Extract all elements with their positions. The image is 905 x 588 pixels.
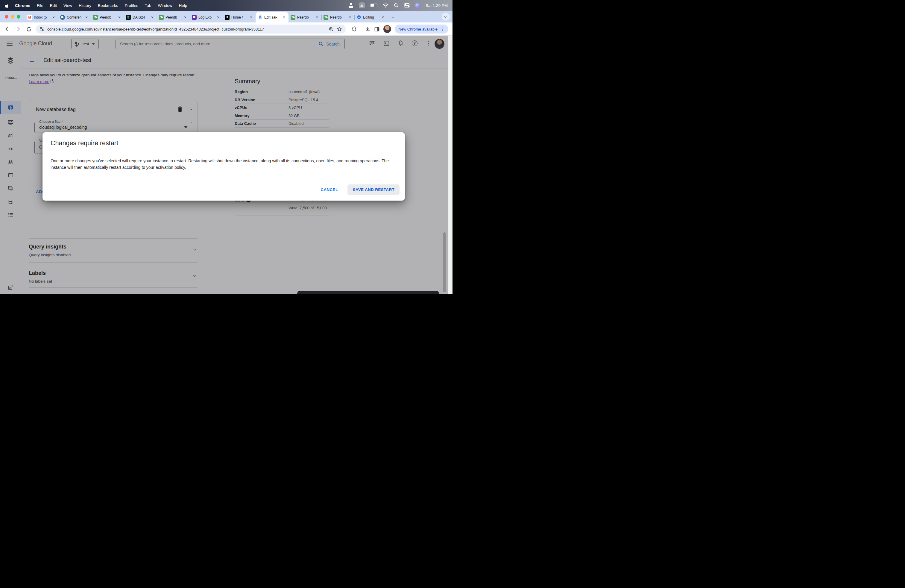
tab-close-icon[interactable]	[348, 15, 352, 20]
window-controls	[5, 15, 21, 19]
postgres-icon	[60, 15, 65, 20]
tab-inbox[interactable]: Inbox (5	[25, 12, 58, 22]
menu-history[interactable]: History	[79, 3, 91, 8]
tab-dais24[interactable]: DAIS DAIS24	[124, 12, 157, 22]
tab-conference[interactable]: Conferen	[58, 12, 91, 22]
menubar-clock[interactable]: Sat 1:29 PM	[426, 3, 448, 8]
macos-menu-bar: Chrome File Edit View History Bookmarks …	[0, 0, 452, 11]
tab-home-x[interactable]: Home /	[223, 12, 256, 22]
tab-close-icon[interactable]	[282, 15, 286, 20]
tab-peerdb-2[interactable]: Peerdb	[157, 12, 190, 22]
tabs: Inbox (5 Conferen Peerdb DAIS DAIS24 Pee…	[25, 12, 387, 22]
dialog-cancel-button[interactable]: CANCEL	[319, 185, 340, 194]
control-center-icon[interactable]	[404, 3, 410, 8]
tab-close-icon[interactable]	[84, 15, 89, 20]
dialog-save-and-restart-button[interactable]: SAVE AND RESTART	[348, 184, 400, 195]
battery-icon[interactable]	[370, 3, 377, 7]
tab-label: DAIS24	[133, 15, 148, 19]
back-button[interactable]	[3, 25, 11, 33]
wifi-icon[interactable]	[383, 3, 389, 8]
peerdb-icon	[324, 15, 328, 20]
chrome-update-label: New Chrome available	[399, 27, 438, 32]
tab-close-icon[interactable]	[150, 15, 155, 20]
spotlight-icon[interactable]	[394, 3, 399, 8]
close-window-button[interactable]	[5, 15, 8, 19]
browser-scrollbar-track[interactable]	[448, 36, 452, 294]
tab-label: Peerdb	[165, 15, 181, 19]
siri-icon[interactable]	[415, 3, 420, 8]
side-panel-icon[interactable]	[374, 26, 380, 32]
tab-close-icon[interactable]	[183, 15, 187, 20]
peerdb-icon	[291, 15, 295, 20]
restart-dialog: Changes require restart One or more chan…	[43, 132, 405, 200]
tab-peerdb-1[interactable]: Peerdb	[91, 12, 124, 22]
menu-profiles[interactable]: Profiles	[125, 3, 138, 8]
tab-peerdb-4[interactable]: Peerdb	[321, 12, 354, 22]
tab-close-icon[interactable]	[216, 15, 221, 20]
cloud-sql-icon	[258, 15, 262, 20]
tab-log-explorer[interactable]: Log Exp	[190, 12, 223, 22]
menu-bookmarks[interactable]: Bookmarks	[98, 3, 118, 8]
address-bar[interactable]: console.cloud.google.com/sql/instances/s…	[36, 25, 346, 33]
tab-editing[interactable]: Editing	[354, 12, 387, 22]
diamond-icon	[356, 15, 361, 20]
menu-edit[interactable]: Edit	[50, 3, 57, 8]
tab-label: Inbox (5	[34, 15, 49, 19]
forward-button[interactable]	[14, 25, 22, 33]
zoom-icon[interactable]	[329, 27, 334, 32]
chrome-toolbar: console.cloud.google.com/sql/instances/s…	[0, 22, 452, 36]
zoom-window-button[interactable]	[17, 15, 21, 19]
tab-label: Conferen	[67, 15, 82, 19]
tab-close-icon[interactable]	[314, 15, 319, 20]
url-text[interactable]: console.cloud.google.com/sql/instances/s…	[47, 27, 325, 32]
chrome-profile-avatar[interactable]	[383, 25, 391, 33]
tab-peerdb-3[interactable]: Peerdb	[289, 12, 321, 22]
menu-view[interactable]: View	[64, 3, 72, 8]
menu-help[interactable]: Help	[179, 3, 187, 8]
tab-search-button[interactable]	[442, 13, 450, 21]
tab-label: Editing	[363, 15, 379, 19]
menubar-app-icon[interactable]	[359, 2, 365, 8]
extensions-icon[interactable]	[352, 26, 357, 32]
menu-file[interactable]: File	[37, 3, 43, 8]
gmail-icon	[27, 15, 32, 20]
tab-label: Peerdb	[100, 15, 115, 19]
window-tiling-icon[interactable]	[349, 3, 353, 8]
tab-close-icon[interactable]	[380, 15, 385, 20]
tab-close-icon[interactable]	[51, 15, 56, 20]
dialog-body: One or more changes you've selected will…	[51, 157, 397, 171]
apple-logo-icon[interactable]	[5, 3, 10, 8]
background-window-edge	[297, 291, 439, 294]
tab-close-icon[interactable]	[117, 15, 122, 20]
tab-label: Edit sai-	[264, 15, 280, 19]
menubar-app-name[interactable]: Chrome	[15, 3, 30, 8]
dialog-title: Changes require restart	[51, 140, 118, 147]
peerdb-icon	[159, 15, 164, 20]
tab-edit-sai-active[interactable]: Edit sai-	[256, 12, 289, 22]
toolbar-divider	[361, 26, 361, 32]
x-icon	[225, 15, 230, 20]
chrome-tab-strip: Inbox (5 Conferen Peerdb DAIS DAIS24 Pee…	[0, 11, 452, 22]
new-tab-button[interactable]	[389, 13, 397, 21]
chrome-update-button[interactable]: New Chrome available	[395, 25, 448, 33]
tab-label: Home /	[231, 15, 247, 19]
download-icon[interactable]	[365, 26, 370, 32]
bookmark-star-icon[interactable]	[337, 26, 342, 32]
peerdb-icon	[93, 15, 98, 20]
site-settings-icon[interactable]	[40, 27, 44, 32]
minimize-window-button[interactable]	[11, 15, 14, 19]
datadog-icon	[192, 15, 197, 20]
page-content: GoogleCloud test Search (/) for resource…	[0, 36, 448, 294]
tab-label: Peerdb	[330, 15, 346, 19]
screen: Chrome File Edit View History Bookmarks …	[0, 0, 452, 294]
menu-window[interactable]: Window	[158, 3, 172, 8]
tab-label: Peerdb	[297, 15, 313, 19]
tab-close-icon[interactable]	[249, 15, 254, 20]
menu-tab[interactable]: Tab	[145, 3, 151, 8]
dais-icon: DAIS	[126, 15, 131, 20]
tab-label: Log Exp	[198, 15, 214, 19]
chrome-menu-icon[interactable]	[441, 27, 445, 32]
reload-button[interactable]	[25, 25, 33, 33]
